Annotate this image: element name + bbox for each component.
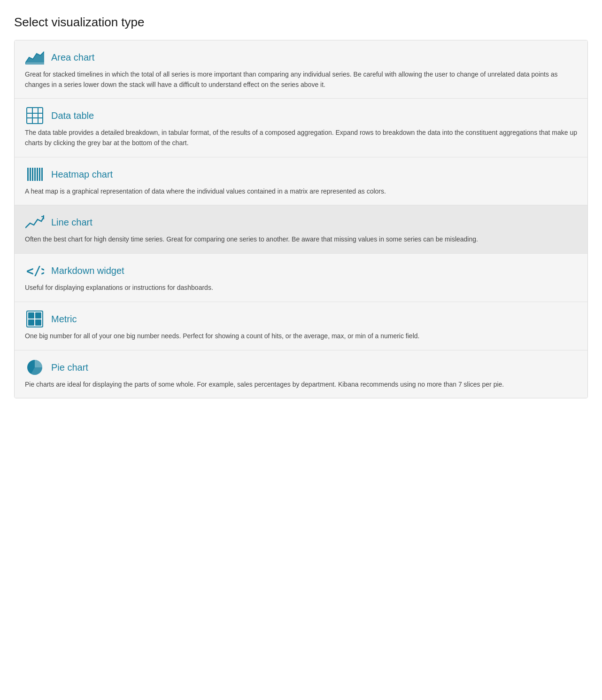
viz-icon-line-chart (25, 214, 45, 231)
svg-rect-22 (28, 319, 34, 326)
viz-header-pie-chart: Pie chart (25, 359, 577, 376)
viz-item-heatmap-chart[interactable]: Heatmap chart A heat map is a graphical … (15, 157, 587, 206)
viz-header-data-table: Data table (25, 107, 577, 124)
viz-header-line-chart: Line chart (25, 214, 577, 231)
viz-icon-heatmap-chart (25, 166, 45, 183)
viz-name-area-chart: Area chart (51, 50, 94, 64)
viz-name-pie-chart: Pie chart (51, 360, 88, 374)
svg-rect-14 (41, 168, 43, 181)
viz-header-area-chart: Area chart (25, 49, 577, 66)
viz-item-area-chart[interactable]: Area chart Great for stacked timelines i… (15, 40, 587, 99)
svg-rect-8 (27, 168, 29, 181)
viz-name-data-table: Data table (51, 109, 94, 123)
svg-rect-10 (32, 168, 33, 181)
svg-rect-3 (27, 108, 43, 124)
page-container: Select visualization type Area chart Gre… (0, 0, 602, 412)
viz-name-metric: Metric (51, 312, 77, 326)
viz-name-line-chart: Line chart (51, 215, 93, 229)
viz-icon-data-table (25, 107, 45, 124)
viz-desc-heatmap-chart: A heat map is a graphical representation… (25, 187, 577, 197)
viz-header-markdown-widget: </> Markdown widget (25, 262, 577, 279)
viz-item-metric[interactable]: Metric One big number for all of your on… (15, 302, 587, 350)
viz-icon-area-chart (25, 49, 45, 66)
viz-list: Area chart Great for stacked timelines i… (14, 40, 588, 398)
page-title: Select visualization type (14, 13, 588, 31)
svg-rect-13 (39, 168, 40, 181)
svg-marker-0 (25, 52, 44, 63)
viz-icon-metric (25, 311, 45, 327)
viz-item-line-chart[interactable]: Line chart Often the best chart for high… (15, 205, 587, 254)
viz-desc-markdown-widget: Useful for displaying explanations or in… (25, 283, 577, 293)
svg-rect-23 (35, 319, 41, 326)
viz-name-markdown-widget: Markdown widget (51, 264, 124, 278)
viz-desc-metric: One big number for all of your one big n… (25, 331, 577, 342)
svg-rect-9 (30, 168, 31, 181)
viz-desc-area-chart: Great for stacked timelines in which the… (25, 70, 577, 90)
svg-rect-12 (37, 168, 38, 181)
viz-header-heatmap-chart: Heatmap chart (25, 166, 577, 183)
viz-header-metric: Metric (25, 311, 577, 327)
viz-desc-pie-chart: Pie charts are ideal for displaying the … (25, 380, 577, 390)
svg-rect-20 (28, 312, 34, 319)
viz-item-data-table[interactable]: Data table The data table provides a det… (15, 99, 587, 157)
viz-item-markdown-widget[interactable]: </> Markdown widget Useful for displayin… (15, 254, 587, 302)
viz-desc-data-table: The data table provides a detailed break… (25, 128, 577, 148)
viz-desc-line-chart: Often the best chart for high density ti… (25, 234, 577, 245)
svg-text:</>: </> (26, 264, 44, 278)
viz-name-heatmap-chart: Heatmap chart (51, 167, 113, 181)
svg-rect-21 (35, 312, 41, 319)
viz-icon-markdown-widget: </> (25, 262, 45, 279)
viz-icon-pie-chart (25, 359, 45, 376)
viz-item-pie-chart[interactable]: Pie chart Pie charts are ideal for displ… (15, 350, 587, 398)
svg-rect-11 (34, 168, 36, 181)
